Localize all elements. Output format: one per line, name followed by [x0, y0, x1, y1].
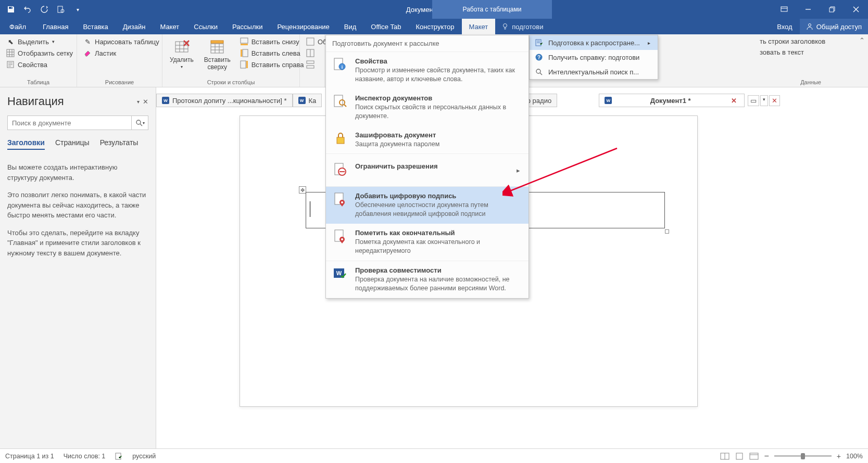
inspect-icon	[332, 94, 348, 110]
svg-rect-3	[829, 8, 834, 12]
nav-search-input[interactable]	[8, 116, 131, 130]
doctab-close-all-icon[interactable]: ✕	[769, 95, 780, 106]
tab-home[interactable]: Главная	[35, 19, 76, 34]
tab-insert[interactable]: Вставка	[76, 19, 115, 34]
menu-properties-desc: Просмотр и изменение свойств документа, …	[355, 66, 517, 84]
submenu-smart[interactable]: Интеллектуальный поиск п...	[530, 65, 658, 79]
tab-table-layout[interactable]: Макет	[462, 19, 496, 34]
menu-encrypt[interactable]: Зашифровать документЗащита документа пар…	[326, 126, 529, 155]
preview-icon[interactable]	[55, 4, 67, 15]
select-button[interactable]: ⬉Выделить▾	[4, 36, 75, 47]
status-bar: Страница 1 из 1 Число слов: 1 русский − …	[0, 448, 868, 463]
menu-inspect-desc: Поиск скрытых свойств и персональных дан…	[355, 103, 517, 121]
svg-rect-19	[307, 61, 314, 63]
view-print-icon[interactable]	[735, 453, 744, 460]
nav-tab-pages[interactable]: Страницы	[55, 138, 90, 150]
tab-design[interactable]: Дизайн	[116, 19, 153, 34]
menu-inspect[interactable]: Инспектор документовПоиск скрытых свойст…	[326, 89, 529, 126]
view-gridlines-button[interactable]: Отобразить сетку	[4, 48, 75, 58]
doctab-2[interactable]: WКа	[293, 94, 322, 107]
chevron-right-icon: ▸	[509, 166, 520, 174]
nav-close-icon[interactable]: ✕	[143, 98, 148, 106]
spellcheck-icon[interactable]	[115, 452, 123, 460]
nav-tabs: Заголовки Страницы Результаты	[7, 138, 148, 150]
insert-below-button[interactable]: Вставить снизу	[238, 36, 306, 47]
zoom-in-icon[interactable]: +	[837, 452, 841, 460]
menu-signature-title: Добавить цифровую подпись	[355, 192, 520, 200]
tab-review[interactable]: Рецензирование	[270, 19, 336, 34]
status-words[interactable]: Число слов: 1	[64, 453, 106, 460]
tab-table-design[interactable]: Конструктор	[408, 19, 461, 34]
doctab-new-icon[interactable]: ▭	[748, 95, 759, 106]
convert-text-button[interactable]: зовать в текст	[758, 47, 864, 57]
status-language[interactable]: русский	[132, 453, 156, 460]
view-read-icon[interactable]	[720, 453, 729, 460]
zoom-thumb[interactable]	[801, 453, 805, 459]
menu-final[interactable]: Пометить как окончательныйПометка докуме…	[326, 224, 529, 261]
menu-properties[interactable]: i СвойстваПросмотр и изменение свойств д…	[326, 52, 529, 89]
status-page[interactable]: Страница 1 из 1	[5, 453, 54, 460]
tab-layout[interactable]: Макет	[153, 19, 186, 34]
svg-point-4	[504, 24, 507, 28]
submenu-help[interactable]: ? Получить справку: подготови	[530, 50, 658, 65]
delete-button[interactable]: Удалить▾	[167, 36, 197, 71]
nav-tab-headings[interactable]: Заголовки	[7, 138, 45, 150]
tab-file[interactable]: Файл	[0, 19, 35, 34]
restore-icon[interactable]	[820, 0, 844, 19]
tab-officetab[interactable]: Office Tab	[363, 19, 408, 34]
tab-view[interactable]: Вид	[337, 19, 364, 34]
svg-rect-17	[307, 38, 314, 45]
save-icon[interactable]	[5, 4, 17, 15]
repeat-header-button[interactable]: ть строки заголовков	[758, 36, 864, 46]
ribbon-group-merge-partial: Об	[300, 34, 325, 87]
menu-compat[interactable]: W Проверка совместимостиПроверка докумен…	[326, 261, 529, 298]
eraser-button[interactable]: Ластик	[81, 48, 161, 58]
zoom-level[interactable]: 100%	[846, 453, 863, 460]
share-button[interactable]: Общий доступ	[800, 19, 868, 34]
menu-encrypt-title: Зашифровать документ	[355, 131, 520, 139]
close-icon[interactable]	[844, 0, 868, 19]
menu-restrict[interactable]: Ограничить разрешения ▸	[326, 154, 529, 187]
nav-hint-1: Вы можете создать интерактивную структур…	[7, 162, 148, 183]
table-resize-handle[interactable]	[665, 229, 669, 234]
signin-link[interactable]: Вход	[770, 23, 799, 31]
insert-above-button[interactable]: Вставить сверху	[201, 36, 234, 73]
pointer-icon: ⬉	[6, 37, 15, 46]
insert-left-button[interactable]: Вставить слева	[238, 48, 306, 58]
submenu-prepare[interactable]: Подготовка к распростране... ▸	[530, 35, 658, 50]
draw-table-button[interactable]: ✎Нарисовать таблицу	[81, 36, 161, 47]
redo-icon[interactable]	[39, 4, 50, 15]
svg-rect-12	[241, 44, 248, 45]
nav-dropdown-icon[interactable]: ▾	[137, 99, 140, 105]
ribbon-options-icon[interactable]	[772, 0, 796, 19]
properties-button[interactable]: Свойства	[4, 59, 75, 70]
group-label-drawing: Рисование	[81, 78, 158, 86]
ribbon-tabs: Файл Главная Вставка Дизайн Макет Ссылки…	[0, 19, 868, 34]
nav-tab-results[interactable]: Результаты	[100, 138, 139, 150]
smart-lookup-icon	[535, 68, 543, 76]
collapse-ribbon-icon[interactable]: ⌃	[859, 36, 865, 44]
doctab-4[interactable]: WДокумент1 *✕	[599, 94, 745, 107]
minimize-icon[interactable]	[796, 0, 820, 19]
word-icon: W	[605, 97, 612, 104]
tab-references[interactable]: Ссылки	[186, 19, 225, 34]
view-web-icon[interactable]	[749, 453, 759, 460]
repeat-header-label: ть строки заголовков	[760, 37, 825, 45]
tab-mailings[interactable]: Рассылки	[225, 19, 270, 34]
search-icon[interactable]: ▾	[131, 116, 148, 130]
table-move-handle-icon[interactable]: ✥	[299, 186, 306, 194]
zoom-slider[interactable]	[774, 455, 832, 457]
doctab-1[interactable]: WПротокол допиту ...кциональности] *	[156, 94, 293, 107]
qat-customize-icon[interactable]: ▾	[72, 4, 83, 15]
zoom-out-icon[interactable]: −	[764, 452, 769, 461]
doctab-list-icon[interactable]: ▾	[760, 95, 768, 106]
encrypt-icon	[332, 131, 348, 147]
nav-hint-2: Это позволит легко понимать, в какой час…	[7, 190, 148, 221]
close-icon[interactable]: ✕	[729, 97, 739, 105]
menu-signature[interactable]: Добавить цифровую подписьОбеспечение цел…	[326, 187, 529, 224]
tell-me-search[interactable]: подготови	[495, 19, 549, 34]
insert-right-button[interactable]: Вставить справа	[238, 59, 306, 70]
undo-icon[interactable]	[22, 4, 33, 15]
nav-search[interactable]: ▾	[7, 115, 148, 130]
share-label: Общий доступ	[816, 23, 862, 31]
